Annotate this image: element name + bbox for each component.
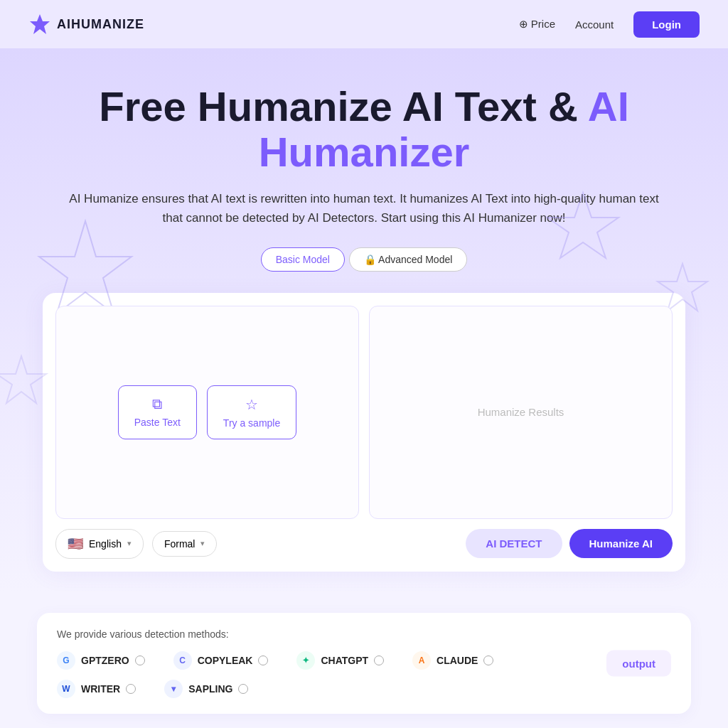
detection-item-sapling: ▾ SAPLING [164, 680, 248, 698]
detection-item-chatgpt: ✦ CHATGPT [296, 651, 384, 670]
detect-icon-chatgpt: ✦ [296, 651, 315, 670]
detection-item-copyleak: C COPYLEAK [173, 651, 269, 670]
ai-detect-button[interactable]: AI DETECT [466, 529, 562, 558]
detection-section-wrapper: We provide various detection methods: G … [0, 593, 728, 728]
detect-name-gptzero: GPTZERO [81, 655, 129, 666]
detect-name-copyleak: COPYLEAK [198, 655, 253, 666]
detect-icon-writer: W [57, 680, 75, 698]
hero-title-part1: Free Humanize AI Text & [99, 83, 588, 129]
paste-text-button[interactable]: ⧉ Paste Text [118, 385, 197, 439]
hero-title-accent: AI [588, 83, 629, 129]
detect-radio-chatgpt[interactable] [374, 655, 384, 665]
advanced-model-tab[interactable]: 🔒 Advanced Model [349, 247, 467, 272]
detect-icon-claude: A [412, 651, 431, 670]
detect-name-sapling: SAPLING [188, 683, 232, 695]
nav-account[interactable]: Account [575, 18, 614, 31]
detect-icon-sapling: ▾ [164, 680, 183, 698]
hero-title-line2: Humanizer [259, 129, 470, 175]
detection-methods-list: G GPTZERO C COPYLEAK ✦ CHATGPT A CLAUDE … [57, 651, 671, 698]
detect-icon-copyleak: C [173, 651, 192, 670]
language-label: English [89, 538, 122, 550]
tone-selector[interactable]: Formal ▾ [152, 531, 218, 557]
nav-price[interactable]: ⊕ Price [519, 18, 555, 31]
detection-item-claude: A CLAUDE [412, 651, 493, 670]
sample-btn-label: Try a sample [223, 417, 280, 429]
detection-item-gptzero: G GPTZERO [57, 651, 145, 670]
try-sample-button[interactable]: ☆ Try a sample [207, 385, 296, 439]
result-placeholder: Humanize Results [478, 406, 564, 418]
tone-label: Formal [164, 538, 196, 550]
main-card: ⧉ Paste Text ☆ Try a sample Humanize Res… [43, 293, 685, 572]
hero-section: Free Humanize AI Text & AI Humanizer AI … [0, 48, 728, 593]
detect-name-claude: CLAUDE [437, 655, 478, 666]
output-badge: output [606, 650, 671, 676]
detect-name-writer: WRITER [81, 683, 120, 695]
editor-row: ⧉ Paste Text ☆ Try a sample Humanize Res… [55, 306, 673, 519]
detect-radio-gptzero[interactable] [135, 655, 145, 665]
logo-text: AIHUMANIZE [57, 17, 144, 32]
action-buttons: AI DETECT Humanize AI [466, 529, 673, 558]
hero-title: Free Humanize AI Text & AI Humanizer [43, 84, 685, 175]
detect-radio-sapling[interactable] [238, 684, 248, 694]
bottom-bar: 🇺🇸 English ▾ Formal ▾ AI DETECT Humanize… [55, 529, 673, 559]
paste-icon: ⧉ [152, 396, 162, 412]
humanize-button[interactable]: Humanize AI [569, 529, 673, 558]
detect-name-chatgpt: CHATGPT [321, 655, 368, 666]
result-pane: Humanize Results [369, 306, 673, 519]
detection-title: We provide various detection methods: [57, 628, 671, 640]
header: AIHUMANIZE ⊕ Price Account Login [0, 0, 728, 48]
hero-subtitle: AI Humanize ensures that AI text is rewr… [58, 189, 670, 228]
login-button[interactable]: Login [633, 11, 700, 38]
paste-btn-label: Paste Text [134, 417, 181, 428]
logo-icon [28, 13, 51, 36]
nav: ⊕ Price Account Login [519, 11, 700, 38]
tone-chevron-icon: ▾ [200, 539, 205, 548]
model-tabs: Basic Model 🔒 Advanced Model [43, 247, 685, 272]
detection-item-writer: W WRITER [57, 680, 136, 698]
input-pane[interactable]: ⧉ Paste Text ☆ Try a sample [55, 306, 359, 519]
basic-model-tab[interactable]: Basic Model [261, 247, 345, 272]
star-icon: ☆ [245, 396, 258, 413]
action-button-row: ⧉ Paste Text ☆ Try a sample [118, 385, 297, 439]
svg-marker-4 [0, 356, 46, 403]
detect-icon-gptzero: G [57, 651, 75, 670]
logo[interactable]: AIHUMANIZE [28, 13, 144, 36]
language-chevron-icon: ▾ [127, 539, 132, 548]
detect-radio-writer[interactable] [126, 684, 136, 694]
language-selector[interactable]: 🇺🇸 English ▾ [55, 529, 144, 559]
language-flag: 🇺🇸 [68, 536, 83, 552]
detect-radio-claude[interactable] [483, 655, 493, 665]
detect-radio-copyleak[interactable] [258, 655, 268, 665]
detection-section: We provide various detection methods: G … [37, 613, 691, 714]
svg-marker-0 [30, 14, 50, 34]
